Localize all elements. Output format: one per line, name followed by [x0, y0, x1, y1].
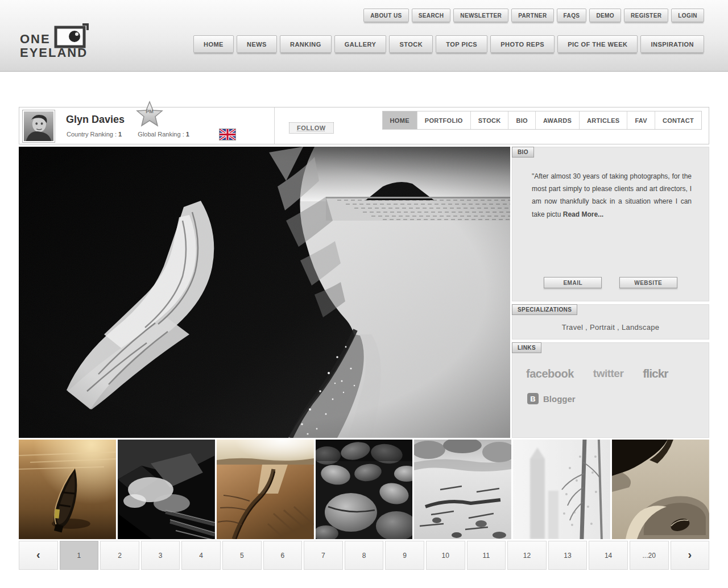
links-panel: LINKS facebook twitter flickr B Blogger — [512, 342, 709, 438]
bio-text: "After almost 30 years of taking photogr… — [512, 147, 709, 221]
main-nav-item[interactable]: PHOTO REPS — [490, 35, 555, 53]
top-nav-item[interactable]: FAQS — [557, 9, 587, 22]
thumbnail-strip — [19, 440, 709, 539]
main-nav-item[interactable]: TOP PICS — [436, 35, 487, 53]
top-nav-item[interactable]: SEARCH — [412, 9, 451, 22]
bio-panel-label: BIO — [512, 147, 534, 158]
profile-tab[interactable]: ARTICLES — [579, 111, 627, 129]
profile-tab[interactable]: BIO — [508, 111, 535, 129]
page-button[interactable]: 13 — [548, 541, 588, 570]
profile-tab[interactable]: AWARDS — [535, 111, 579, 129]
profile-tab[interactable]: CONTACT — [655, 111, 701, 129]
page-button[interactable]: 3 — [141, 541, 180, 570]
main-nav-item[interactable]: STOCK — [389, 35, 433, 53]
pm-star-badge-icon: PM — [136, 101, 163, 128]
thumbnail-pebbles[interactable] — [316, 440, 413, 539]
top-nav: ABOUT USSEARCHNEWSLETTERPARTNERFAQSDEMOR… — [363, 9, 704, 22]
twitter-link[interactable]: twitter — [593, 367, 624, 380]
top-nav-item[interactable]: ABOUT US — [363, 9, 408, 22]
links-panel-label: LINKS — [512, 342, 541, 353]
divider — [274, 107, 275, 144]
page-button[interactable]: 14 — [589, 541, 628, 570]
hero-photo[interactable] — [19, 147, 510, 438]
thumbnail-rock-and-tide-pool[interactable] — [612, 440, 709, 539]
page-button[interactable]: 1 — [60, 541, 99, 570]
main-nav-item[interactable]: NEWS — [237, 35, 277, 53]
bio-excerpt: "After almost 30 years of taking photogr… — [532, 172, 692, 218]
thumbnail-boat-on-beach[interactable] — [19, 440, 116, 539]
page-button[interactable]: 10 — [426, 541, 465, 570]
top-nav-item[interactable]: DEMO — [589, 9, 621, 22]
page-button[interactable]: 11 — [467, 541, 506, 570]
page-button[interactable]: 5 — [222, 541, 262, 570]
pagination: ‹1234567891011121314...20› — [19, 541, 709, 570]
country-ranking-value: 1 — [118, 131, 122, 138]
flickr-link[interactable]: flickr — [643, 367, 668, 380]
thumbnail-snow-and-driftwood[interactable] — [414, 440, 511, 539]
blogger-icon: B — [527, 393, 539, 404]
main-nav-item[interactable]: RANKING — [280, 35, 332, 53]
avatar — [22, 110, 55, 143]
profile-tab[interactable]: HOME — [383, 111, 417, 129]
ranking-line: Country Ranking : 1 Global Ranking : 1 — [67, 131, 189, 138]
profile-tab[interactable]: PORTFOLIO — [417, 111, 470, 129]
thumbnail-sand-stream[interactable] — [217, 440, 314, 539]
specializations-panel-label: SPECIALIZATIONS — [512, 304, 577, 315]
sidebar: BIO "After almost 30 years of taking pho… — [512, 147, 709, 438]
page-button[interactable]: ...20 — [630, 541, 669, 570]
page-button[interactable]: › — [671, 541, 710, 570]
logo-text-one: ONE — [20, 33, 51, 45]
country-ranking-label: Country Ranking : — [67, 131, 117, 138]
page-button[interactable]: 4 — [181, 541, 221, 570]
top-nav-item[interactable]: PARTNER — [511, 9, 553, 22]
page-button[interactable]: 6 — [263, 541, 303, 570]
page-button[interactable]: 8 — [345, 541, 384, 570]
main-row: BIO "After almost 30 years of taking pho… — [19, 147, 709, 438]
thumbnail-misty-tower-and-tree[interactable] — [513, 440, 610, 539]
logo-text-eyeland: EYELAND — [20, 47, 89, 59]
main-nav-item[interactable]: PIC OF THE WEEK — [557, 35, 638, 53]
page-button[interactable]: 2 — [100, 541, 139, 570]
global-ranking-label: Global Ranking : — [138, 131, 184, 138]
email-button[interactable]: EMAIL — [544, 277, 602, 288]
top-nav-item[interactable]: LOGIN — [671, 9, 704, 22]
profile-tabs: HOMEPORTFOLIOSTOCKBIOAWARDSARTICLESFAVCO… — [382, 111, 702, 130]
main-nav-item[interactable]: GALLERY — [334, 35, 387, 53]
site-header: ONE EYELAND ABOUT USSEARCHNEWSLETTERPART… — [0, 0, 728, 72]
photographer-name: Glyn Davies — [66, 114, 125, 126]
main-nav: HOMENEWSRANKINGGALLERYSTOCKTOP PICSPHOTO… — [193, 35, 704, 53]
main-nav-item[interactable]: INSPIRATION — [640, 35, 704, 53]
main-nav-item[interactable]: HOME — [193, 35, 234, 53]
site-logo[interactable]: ONE EYELAND — [20, 23, 89, 59]
svg-text:PM: PM — [146, 109, 154, 114]
global-ranking-value: 1 — [186, 131, 189, 138]
page-button[interactable]: ‹ — [19, 541, 58, 570]
svg-text:B: B — [530, 395, 535, 403]
profile-tab[interactable]: FAV — [627, 111, 654, 129]
specializations-panel: SPECIALIZATIONS Travel , Portrait , Land… — [512, 304, 709, 339]
read-more-link[interactable]: Read More... — [563, 210, 603, 218]
profile-tab[interactable]: STOCK — [470, 111, 508, 129]
blogger-link[interactable]: B Blogger — [512, 380, 709, 404]
profile-bar: Glyn Davies Country Ranking : 1 Global R… — [19, 107, 709, 144]
facebook-link[interactable]: facebook — [526, 367, 574, 380]
top-nav-item[interactable]: REGISTER — [624, 9, 668, 22]
bio-panel: BIO "After almost 30 years of taking pho… — [512, 147, 709, 301]
thumbnail-cliff-and-waves[interactable] — [118, 440, 215, 539]
follow-button[interactable]: FOLLOW — [289, 122, 334, 134]
page-button[interactable]: 7 — [304, 541, 343, 570]
uk-flag-icon — [219, 129, 236, 140]
website-button[interactable]: WEBSITE — [619, 277, 677, 288]
page-button[interactable]: 12 — [507, 541, 547, 570]
top-nav-item[interactable]: NEWSLETTER — [453, 9, 508, 22]
page-button[interactable]: 9 — [385, 541, 424, 570]
